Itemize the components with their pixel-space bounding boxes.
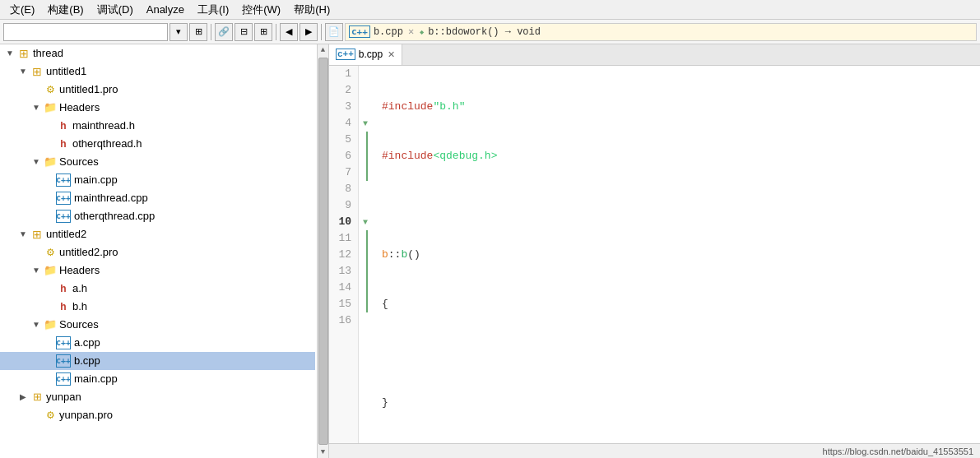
tree-item-b-h[interactable]: h b.h — [0, 298, 315, 316]
fold-marker-10[interactable]: ▼ — [359, 214, 372, 230]
link-btn[interactable]: 🔗 — [215, 23, 233, 41]
menu-build[interactable]: 构建(B) — [41, 1, 90, 19]
tree-item-untitled1pro[interactable]: ⚙ untitled1.pro — [0, 81, 315, 99]
scroll-up-btn[interactable]: ▲ — [319, 44, 327, 56]
tree-item-sources2[interactable]: ▼ 📁 Sources — [0, 316, 315, 334]
fold-marker-16 — [359, 312, 372, 329]
fold-marker-6 — [359, 148, 372, 164]
cpp-icon-main2: c++ — [56, 372, 71, 386]
expand-btn[interactable]: ⊞ — [254, 23, 272, 41]
toggle-untitled1[interactable]: ▼ — [16, 65, 30, 78]
header-icon-b: h — [56, 300, 71, 313]
scroll-thumb[interactable] — [318, 58, 328, 445]
label-untitled1pro: untitled1.pro — [59, 81, 118, 98]
file-tree-sidebar: ▼ ⊞ thread ▼ ⊞ untitled1 ⚙ untitled1.pro… — [0, 44, 329, 458]
label-sources1: Sources — [59, 154, 99, 170]
status-bar: https://blog.csdn.net/baidu_41553551 — [329, 443, 980, 458]
tree-item-untitled2pro[interactable]: ⚙ untitled2.pro — [0, 243, 315, 261]
code-content[interactable]: #include "b.h" #include <qdebug.h> b::b(… — [375, 66, 980, 443]
label-otherqthread-cpp: otherqthread.cpp — [74, 208, 155, 224]
tree-item-mainthread-cpp[interactable]: c++ mainthread.cpp — [0, 189, 315, 207]
cpp-icon-b: c++ — [56, 354, 71, 368]
label-mainthread-h: mainthread.h — [72, 118, 135, 134]
cpp-icon-otherqthread: c++ — [56, 210, 71, 223]
fold-marker-1 — [359, 66, 372, 82]
split-btn[interactable]: ⊟ — [235, 23, 253, 41]
toolbar-sep2 — [276, 24, 276, 40]
fold-marker-8 — [359, 181, 372, 197]
pro-icon: ⚙ — [43, 83, 58, 96]
menu-analyze[interactable]: Analyze — [140, 2, 191, 17]
tree-item-sources1[interactable]: ▼ 📁 Sources — [0, 153, 315, 171]
tree-item-yunpan[interactable]: ▶ ⊞ yunpan — [0, 388, 315, 406]
tree-item-untitled1[interactable]: ▼ ⊞ untitled1 — [0, 62, 315, 81]
nav-fwd-btn[interactable]: ▶ — [300, 23, 318, 41]
toggle-headers2[interactable]: ▼ — [30, 264, 43, 277]
label-untitled2: untitled2 — [46, 226, 86, 243]
tab-bcpp[interactable]: c++ b.cpp ✕ — [329, 44, 402, 66]
tab-label-bcpp: b.cpp — [359, 49, 383, 60]
menu-debug[interactable]: 调试(D) — [91, 1, 140, 19]
tab-close-bcpp[interactable]: ✕ — [388, 49, 395, 60]
toggle-headers1[interactable]: ▼ — [30, 101, 43, 114]
toolbar-sep1 — [211, 24, 211, 40]
toggle-sources2[interactable]: ▼ — [30, 318, 43, 331]
scroll-down-btn[interactable]: ▼ — [319, 446, 327, 458]
fold-marker-12 — [359, 247, 372, 263]
project-icon-yunpan: ⊞ — [30, 391, 44, 404]
toolbar: ▾ ⊞ 🔗 ⊟ ⊞ ◀ ▶ 📄 c++ b.cpp ✕ ⬥ b::bdowork… — [0, 20, 980, 44]
tree-item-mainthread-h[interactable]: h mainthread.h — [0, 117, 315, 135]
doc-btn[interactable]: 📄 — [325, 23, 343, 41]
toggle-sources1[interactable]: ▼ — [30, 155, 43, 169]
code-view[interactable]: 1 2 3 4 5 6 7 8 9 10 11 12 13 14 15 16 — [329, 66, 980, 443]
label-b-cpp: b.cpp — [74, 353, 100, 369]
project-icon-untitled2: ⊞ — [30, 228, 44, 241]
tree-item-main1-cpp[interactable]: c++ main.cpp — [0, 171, 315, 189]
breadcrumb-toolbar: c++ b.cpp ✕ ⬥ b::bdowork() → void — [345, 23, 977, 41]
fold-marker-4[interactable]: ▼ — [359, 115, 372, 132]
menu-controls[interactable]: 控件(W) — [235, 1, 287, 19]
tree-item-b-cpp[interactable]: c++ b.cpp — [0, 352, 315, 370]
toggle-untitled2[interactable]: ▼ — [16, 228, 30, 241]
label-a-h: a.h — [72, 280, 87, 297]
toggle-yunpan[interactable]: ▶ — [16, 391, 30, 404]
label-main1-cpp: main.cpp — [74, 172, 118, 188]
tree-item-thread[interactable]: ▼ ⊞ thread — [0, 44, 315, 62]
toolbar-sep3 — [321, 24, 322, 40]
label-sources2: Sources — [59, 317, 99, 333]
menubar: 文(E) 构建(B) 调试(D) Analyze 工具(I) 控件(W) 帮助(… — [0, 0, 980, 20]
label-headers2: Headers — [59, 262, 100, 279]
search-input[interactable] — [3, 23, 168, 41]
tree-item-headers2[interactable]: ▼ 📁 Headers — [0, 261, 315, 280]
tree-item-untitled2[interactable]: ▼ ⊞ untitled2 — [0, 225, 315, 243]
code-line-7: } — [382, 395, 973, 411]
sidebar-scrollbar[interactable]: ▲ ▼ — [317, 44, 328, 458]
fold-marker-3 — [359, 99, 372, 115]
tree-item-a-h[interactable]: h a.h — [0, 280, 315, 298]
label-mainthread-cpp: mainthread.cpp — [74, 190, 148, 206]
filter-btn[interactable]: ▾ — [170, 23, 188, 41]
code-line-4: b::b() — [382, 247, 973, 263]
filter2-btn[interactable]: ⊞ — [189, 23, 207, 41]
folder-icon-sources1: 📁 — [43, 155, 58, 169]
tree-item-otherqthread-h[interactable]: h otherqthread.h — [0, 135, 315, 153]
nav-back-btn[interactable]: ◀ — [280, 23, 298, 41]
label-yunpan: yunpan — [46, 389, 81, 405]
pro-icon2: ⚙ — [43, 246, 58, 259]
tree-item-a-cpp[interactable]: c++ a.cpp — [0, 334, 315, 352]
line-numbers: 1 2 3 4 5 6 7 8 9 10 11 12 13 14 15 16 — [329, 66, 359, 443]
tree-item-yunpanpro[interactable]: ⚙ yunpan.pro — [0, 406, 315, 424]
tree-item-main2-cpp[interactable]: c++ main.cpp — [0, 370, 315, 388]
menu-tools[interactable]: 工具(I) — [191, 1, 235, 19]
fold-marker-2 — [359, 82, 372, 99]
label-a-cpp: a.cpp — [74, 335, 100, 351]
menu-file[interactable]: 文(E) — [3, 1, 41, 19]
tree-item-otherqthread-cpp[interactable]: c++ otherqthread.cpp — [0, 207, 315, 225]
code-line-5: { — [382, 296, 973, 312]
toggle-thread[interactable]: ▼ — [3, 47, 16, 60]
breadcrumb-text: b::bdowork() → void — [428, 26, 541, 38]
tree-item-headers1[interactable]: ▼ 📁 Headers — [0, 99, 315, 117]
menu-help[interactable]: 帮助(H) — [287, 1, 337, 19]
status-url: https://blog.csdn.net/baidu_41553551 — [823, 446, 973, 456]
editor-area: c++ b.cpp ✕ 1 2 3 4 5 6 7 8 9 10 11 12 1… — [329, 44, 980, 458]
